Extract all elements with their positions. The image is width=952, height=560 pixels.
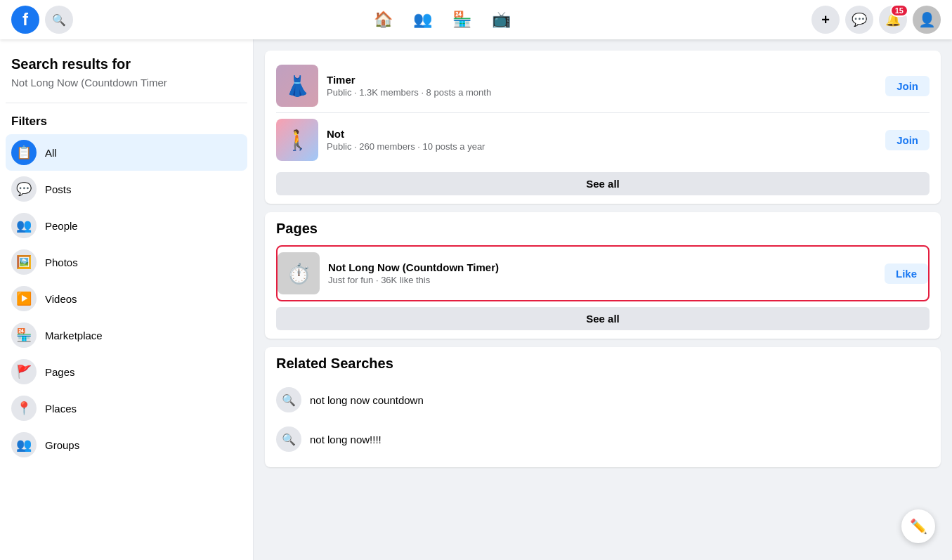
filter-places[interactable]: 📍 Places: [6, 390, 247, 426]
page-name-not-long-now: Not Long Now (Countdown Timer): [328, 261, 876, 273]
group-meta-not: Public · 260 members · 10 posts a year: [327, 141, 877, 152]
search-button[interactable]: 🔍: [45, 6, 73, 34]
pages-card: Pages ⏱️ Not Long Now (Countdown Timer) …: [265, 212, 941, 339]
pages-section-title: Pages: [276, 221, 930, 237]
home-nav-button[interactable]: 🏠: [367, 3, 400, 37]
fab-button[interactable]: ✏️: [901, 509, 935, 543]
top-navigation: f 🔍 🏠 👥 🏪 📺 + 💬 🔔 15 👤: [0, 0, 952, 39]
related-search-text-2: not long now!!!!: [310, 434, 382, 445]
group-result-not: 🚶 Not Public · 260 members · 10 posts a …: [276, 112, 930, 167]
notifications-button[interactable]: 🔔 15: [879, 6, 907, 34]
group-info-not: Not Public · 260 members · 10 posts a ye…: [327, 128, 877, 152]
search-results-heading: Search results for: [6, 51, 247, 75]
marketplace-nav-button[interactable]: 🏪: [445, 3, 479, 37]
search-icon-r2: 🔍: [276, 426, 301, 452]
marketplace-filter-icon: 🏪: [11, 323, 37, 348]
page-thumb-not-long-now: ⏱️: [278, 252, 320, 294]
friends-nav-button[interactable]: 👥: [406, 3, 440, 37]
group-name-timer: Timer: [327, 74, 877, 86]
filter-groups[interactable]: 👥 Groups: [6, 426, 247, 463]
filter-posts-label: Posts: [45, 183, 72, 195]
filters-label: Filters: [6, 109, 247, 134]
create-plus-button[interactable]: +: [811, 6, 840, 34]
groups-filter-icon: 👥: [11, 432, 37, 457]
sidebar: Search results for Not Long Now (Countdo…: [0, 39, 253, 560]
filter-all[interactable]: 📋 All: [6, 134, 247, 171]
nav-center: 🏠 👥 🏪 📺: [73, 3, 811, 37]
groups-see-all-button[interactable]: See all: [276, 172, 930, 195]
pages-see-all-button[interactable]: See all: [276, 307, 930, 330]
messenger-button[interactable]: 💬: [845, 6, 873, 34]
filter-places-label: Places: [45, 403, 77, 415]
filter-people[interactable]: 👥 People: [6, 207, 247, 244]
notification-count: 15: [890, 4, 908, 17]
posts-filter-icon: 💬: [11, 176, 37, 202]
search-icon-r1: 🔍: [276, 387, 301, 412]
filter-people-label: People: [45, 220, 78, 232]
all-filter-icon: 📋: [11, 140, 37, 165]
page-layout: Search results for Not Long Now (Countdo…: [0, 39, 952, 560]
filter-photos[interactable]: 🖼️ Photos: [6, 244, 247, 280]
main-content: 👗 Timer Public · 1.3K members · 8 posts …: [254, 39, 952, 560]
group-info-timer: Timer Public · 1.3K members · 8 posts a …: [327, 74, 877, 98]
search-query: Not Long Now (Countdown Timer: [6, 75, 247, 97]
group-meta-timer: Public · 1.3K members · 8 posts a month: [327, 87, 877, 98]
groups-card: 👗 Timer Public · 1.3K members · 8 posts …: [265, 51, 941, 204]
pages-filter-icon: 🚩: [11, 359, 37, 384]
group-thumb-not: 🚶: [276, 119, 318, 161]
join-not-button[interactable]: Join: [885, 130, 930, 150]
page-meta-not-long-now: Just for fun · 36K like this: [328, 275, 876, 285]
related-search-2[interactable]: 🔍 not long now!!!!: [276, 419, 930, 459]
videos-filter-icon: ▶️: [11, 286, 37, 311]
sidebar-divider: [6, 103, 247, 103]
page-info-not-long-now: Not Long Now (Countdown Timer) Just for …: [328, 261, 876, 285]
filter-all-label: All: [45, 147, 57, 159]
filter-pages[interactable]: 🚩 Pages: [6, 353, 247, 390]
filter-videos-label: Videos: [45, 293, 77, 305]
related-search-text-1: not long now countdown: [310, 394, 424, 406]
filter-marketplace[interactable]: 🏪 Marketplace: [6, 317, 247, 353]
related-searches-card: Related Searches 🔍 not long now countdow…: [265, 347, 941, 467]
photos-filter-icon: 🖼️: [11, 249, 37, 275]
related-search-1[interactable]: 🔍 not long now countdown: [276, 380, 930, 419]
filter-posts[interactable]: 💬 Posts: [6, 171, 247, 207]
related-searches-title: Related Searches: [276, 356, 930, 372]
group-result-timer: 👗 Timer Public · 1.3K members · 8 posts …: [276, 59, 930, 112]
filter-groups-label: Groups: [45, 439, 79, 451]
fab-icon: ✏️: [910, 518, 927, 535]
join-timer-button[interactable]: Join: [885, 76, 930, 96]
group-thumb-timer: 👗: [276, 65, 318, 107]
filter-pages-label: Pages: [45, 366, 75, 378]
page-result-not-long-now: ⏱️ Not Long Now (Countdown Timer) Just f…: [276, 245, 930, 301]
filter-marketplace-label: Marketplace: [45, 330, 103, 341]
like-page-button[interactable]: Like: [885, 263, 928, 284]
people-filter-icon: 👥: [11, 213, 37, 238]
nav-left: f 🔍: [11, 6, 73, 34]
profile-avatar-button[interactable]: 👤: [913, 6, 941, 34]
group-name-not: Not: [327, 128, 877, 140]
places-filter-icon: 📍: [11, 396, 37, 421]
filter-photos-label: Photos: [45, 256, 78, 268]
facebook-logo[interactable]: f: [11, 6, 39, 34]
nav-right: + 💬 🔔 15 👤: [811, 6, 941, 34]
watch-nav-button[interactable]: 📺: [485, 3, 519, 37]
filter-videos[interactable]: ▶️ Videos: [6, 280, 247, 317]
